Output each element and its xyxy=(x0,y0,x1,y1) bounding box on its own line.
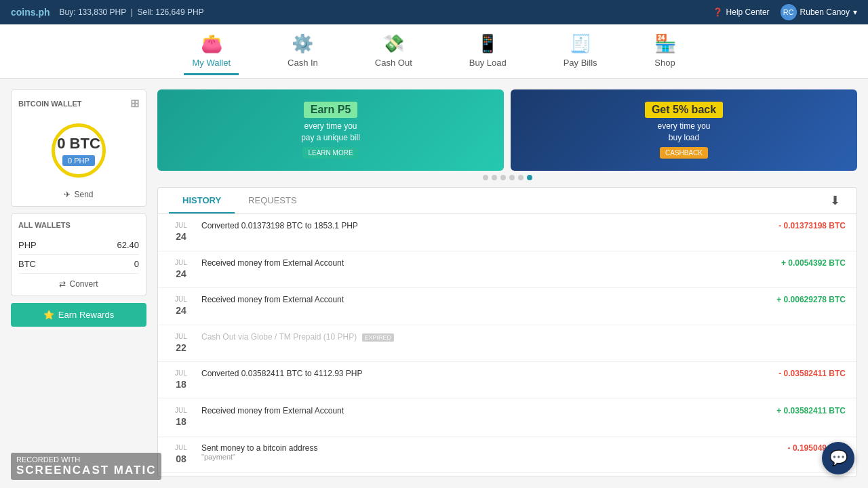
banner-cashback: Get 5% back every time youbuy load CASHB… xyxy=(511,89,857,171)
chevron-down-icon: ▾ xyxy=(853,7,857,17)
nav-my-wallet[interactable]: 👛 My Wallet xyxy=(184,28,239,75)
history-date: JUL 08 xyxy=(169,443,193,466)
btc-currency: BTC xyxy=(18,259,36,269)
avatar: RC xyxy=(781,4,797,20)
nav-buy-load[interactable]: 📱 Buy Load xyxy=(461,28,515,75)
history-list: JUL 24 Converted 0.01373198 BTC to 1853.… xyxy=(158,214,856,476)
dot-3[interactable] xyxy=(500,175,506,180)
convert-button[interactable]: ⇄ Convert xyxy=(18,279,139,289)
user-menu[interactable]: RC Ruben Canoy ▾ xyxy=(781,4,857,20)
nav-cash-in[interactable]: ⚙️ Cash In xyxy=(279,28,326,75)
expired-badge: EXPIRED xyxy=(362,333,395,342)
tab-history[interactable]: HISTORY xyxy=(169,188,235,214)
nav-my-wallet-label: My Wallet xyxy=(192,58,231,68)
send-label: Send xyxy=(74,190,93,199)
grid-icon[interactable]: ⊞ xyxy=(130,97,139,110)
nav-cash-in-label: Cash In xyxy=(288,58,318,68)
banner-cashback-text: every time youbuy load xyxy=(657,121,710,144)
nav-buy-load-label: Buy Load xyxy=(469,58,507,68)
banner-cashback-link[interactable]: CASHBACK xyxy=(660,147,708,159)
banners: Earn P5 every time youpay a unique bill … xyxy=(157,89,857,171)
nav-cash-out[interactable]: 💸 Cash Out xyxy=(367,28,420,75)
yellow-ring: 0 BTC 0 PHP xyxy=(52,123,106,178)
history-desc: Received money from External Account xyxy=(201,406,768,415)
main-content: BITCOIN WALLET ⊞ 0 BTC 0 PHP ✈ Send ALL … xyxy=(0,79,868,488)
convert-icon: ⇄ xyxy=(59,279,66,289)
send-button[interactable]: ✈ Send xyxy=(18,190,139,199)
history-row: JUL 22 Cash Out via Globe / TM Prepaid (… xyxy=(158,325,856,363)
all-wallets-card: ALL WALLETS PHP 62.40 BTC 0 ⇄ Convert xyxy=(11,214,146,296)
btc-balance: 0 xyxy=(134,259,139,269)
convert-label: Convert xyxy=(69,279,98,289)
history-desc: Sent money to a bitcoin address "payment… xyxy=(201,443,780,461)
right-panel: Earn P5 every time youpay a unique bill … xyxy=(157,89,857,477)
download-icon[interactable]: ⬇ xyxy=(825,188,846,214)
history-amount: + 0.0054392 BTC xyxy=(781,258,846,268)
help-label: Help Center xyxy=(726,7,770,17)
php-currency: PHP xyxy=(18,240,37,250)
history-date: JUL 24 xyxy=(169,295,193,318)
left-panel: BITCOIN WALLET ⊞ 0 BTC 0 PHP ✈ Send ALL … xyxy=(11,89,146,477)
history-row: JUL 08 Sent money to a bitcoin address "… xyxy=(158,436,856,474)
history-date: JUL 22 xyxy=(169,332,193,355)
cash-out-icon: 💸 xyxy=(382,33,404,54)
dot-2[interactable] xyxy=(492,175,497,180)
nav-pay-bills-label: Pay Bills xyxy=(564,58,597,68)
php-badge[interactable]: 0 PHP xyxy=(62,155,95,166)
dot-5[interactable] xyxy=(518,175,524,180)
history-date: JUL 24 xyxy=(169,221,193,244)
history-panel: HISTORY REQUESTS ⬇ JUL 24 Converted 0.01… xyxy=(157,187,857,477)
buy-price: Buy: 133,830 PHP xyxy=(60,7,127,17)
wallet-icon: 👛 xyxy=(201,33,222,54)
history-amount: - 0.03582411 BTC xyxy=(778,369,846,378)
php-balance: 62.40 xyxy=(117,240,139,250)
history-row: JUL 08 Converted 9.58 PHP to 0.00007263 … xyxy=(158,473,856,476)
bitcoin-wallet-header: BITCOIN WALLET ⊞ xyxy=(18,97,139,110)
tab-requests[interactable]: REQUESTS xyxy=(235,188,311,214)
shop-icon: 🏪 xyxy=(654,33,676,54)
sell-price: Sell: 126,649 PHP xyxy=(138,7,204,17)
nav-shop[interactable]: 🏪 Shop xyxy=(646,28,684,75)
history-amount: + 0.00629278 BTC xyxy=(776,295,846,304)
question-icon: ❓ xyxy=(713,7,723,17)
history-row: JUL 24 Received money from External Acco… xyxy=(158,251,856,289)
btc-amount-wrapper: 0 BTC 0 PHP xyxy=(18,117,139,184)
navbar: 👛 My Wallet ⚙️ Cash In 💸 Cash Out 📱 Buy … xyxy=(0,24,868,79)
bitcoin-wallet-title: BITCOIN WALLET xyxy=(18,100,82,108)
help-center-link[interactable]: ❓ Help Center xyxy=(713,7,770,17)
dot-4[interactable] xyxy=(509,175,515,180)
history-sub: "payment" xyxy=(201,453,780,461)
topbar: coins.ph Buy: 133,830 PHP | Sell: 126,64… xyxy=(0,0,868,24)
earn-rewards-label: Earn Rewards xyxy=(58,310,114,320)
topbar-right: ❓ Help Center RC Ruben Canoy ▾ xyxy=(713,4,857,20)
history-row: JUL 18 Converted 0.03582411 BTC to 4112.… xyxy=(158,362,856,399)
btc-amount: 0 BTC xyxy=(57,135,100,152)
nav-cash-out-label: Cash Out xyxy=(375,58,412,68)
cash-in-icon: ⚙️ xyxy=(292,33,313,54)
pay-bills-icon: 🧾 xyxy=(570,33,591,54)
dot-6[interactable] xyxy=(527,175,532,180)
send-icon: ✈ xyxy=(64,190,71,199)
watermark: RECORDED WITH SCREENCAST MATIC xyxy=(11,453,161,480)
star-icon: ⭐ xyxy=(43,310,54,320)
history-date: JUL 18 xyxy=(169,406,193,429)
banner-earn: Earn P5 every time youpay a unique bill … xyxy=(157,89,504,171)
username: Ruben Canoy xyxy=(800,7,850,17)
nav-shop-label: Shop xyxy=(654,58,675,68)
banner-earn-link[interactable]: LEARN MORE xyxy=(302,147,358,159)
buy-sell-prices: Buy: 133,830 PHP | Sell: 126,649 PHP xyxy=(60,7,204,17)
chat-button[interactable]: 💬 xyxy=(822,442,854,474)
history-row: JUL 24 Converted 0.01373198 BTC to 1853.… xyxy=(158,214,856,251)
chat-icon: 💬 xyxy=(829,449,848,467)
dot-1[interactable] xyxy=(483,175,488,180)
buy-load-icon: 📱 xyxy=(477,33,498,54)
carousel-dots xyxy=(157,175,857,180)
all-wallets-title: ALL WALLETS xyxy=(18,221,139,229)
history-row: JUL 18 Received money from External Acco… xyxy=(158,399,856,436)
history-row: JUL 24 Received money from External Acco… xyxy=(158,288,856,325)
banner-earn-text: every time youpay a unique bill xyxy=(301,121,360,144)
earn-rewards-button[interactable]: ⭐ Earn Rewards xyxy=(11,303,146,327)
nav-pay-bills[interactable]: 🧾 Pay Bills xyxy=(555,28,606,75)
history-tabs: HISTORY REQUESTS ⬇ xyxy=(158,188,856,214)
wallet-row-php: PHP 62.40 xyxy=(18,236,139,255)
